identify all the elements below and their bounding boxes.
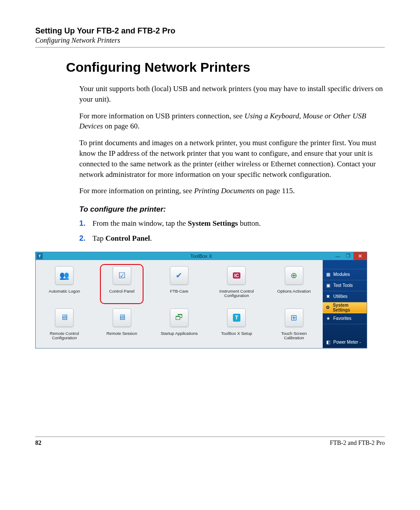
tile-remote-control-configuration[interactable]: 🖥Remote Control Configuration (36, 305, 93, 347)
paragraph-1: Your unit supports both (local) USB and … (79, 84, 385, 105)
step-1: 1. From the main window, tap the System … (79, 218, 385, 229)
p4-lead: For more information on printing, see (79, 187, 194, 195)
step-1-number: 1. (79, 218, 87, 229)
tile-label: Automatic Logon (49, 289, 80, 294)
sidebar-icon: ★ (325, 316, 331, 321)
sidebar-item-system-settings[interactable]: ⚙System Settings (323, 302, 367, 313)
remote-session-icon: 🖥 (113, 308, 131, 327)
options-activation-icon: ⊕ (285, 266, 303, 285)
step-2-number: 2. (79, 233, 87, 244)
startup-applications-icon: 🗗 (170, 308, 188, 327)
sidebar-item-utilities[interactable]: ✖Utilities (323, 291, 367, 302)
sidebar-item-power-meter-[interactable]: ◧Power Meter - (323, 337, 367, 348)
tile-ftb-care[interactable]: ✔FTB-Care (151, 263, 208, 305)
right-sidebar: ▦Modules▣Test Tools✖Utilities⚙System Set… (323, 260, 367, 348)
page-title: Configuring Network Printers (66, 60, 385, 75)
sidebar-label: Utilities (333, 294, 347, 299)
procedure-heading: To configure the printer: (79, 204, 385, 215)
settings-tile-grid: 👥Automatic Logon☑Control Panel✔FTB-CareI… (36, 260, 323, 348)
sidebar-item-modules[interactable]: ▦Modules (323, 269, 367, 280)
step-1-text: From the main window, tap the System Set… (92, 218, 261, 229)
tile-label: FTB-Care (170, 289, 188, 294)
tile-options-activation[interactable]: ⊕Options Activation (265, 263, 323, 305)
sidebar-label: Test Tools (333, 283, 353, 288)
remote-control-configuration-icon: 🖥 (55, 308, 74, 327)
tile-startup-applications[interactable]: 🗗Startup Applications (151, 305, 208, 347)
sidebar-item-favorites[interactable]: ★Favorites (323, 313, 367, 324)
instrument-control-configuration-icon: IC (227, 266, 246, 285)
window-titlebar[interactable]: T ToolBox X — ❐ ✕ (36, 252, 367, 260)
tile-instrument-control-configuration[interactable]: ICInstrument Control Configuration (208, 263, 265, 305)
p4-tail: on page 115. (255, 187, 295, 195)
tile-touch-screen-calibration[interactable]: ⊞Touch Screen Calibration (265, 305, 323, 347)
tile-label: ToolBox X Setup (221, 331, 252, 336)
header-rule (35, 47, 385, 48)
tile-remote-session[interactable]: 🖥Remote Session (93, 305, 150, 347)
control-panel-icon: ☑ (113, 266, 131, 285)
ftb-care-icon: ✔ (170, 266, 188, 285)
chapter-title: Setting Up Your FTB-2 and FTB-2 Pro (35, 26, 385, 36)
breadcrumb: Configuring Network Printers (35, 37, 385, 44)
toolbox-x-setup-icon: T (227, 308, 246, 327)
touch-screen-calibration-icon: ⊞ (285, 308, 303, 327)
tile-label: Options Activation (277, 289, 311, 294)
sidebar-item-test-tools[interactable]: ▣Test Tools (323, 280, 367, 291)
tile-label: Remote Session (107, 331, 137, 336)
sidebar-icon: ⚙ (325, 305, 330, 310)
page-number: 82 (35, 440, 41, 447)
sidebar-label: Favorites (333, 316, 351, 321)
tile-label: Touch Screen Calibration (272, 331, 316, 341)
sidebar-label: Modules (333, 272, 350, 277)
screenshot-toolbox: T ToolBox X — ❐ ✕ 👥Automatic Logon☑Contr… (35, 252, 367, 349)
tile-label: Remote Control Configuration (42, 331, 86, 341)
p2-lead: For more information on USB printers con… (79, 112, 244, 120)
tile-automatic-logon[interactable]: 👥Automatic Logon (36, 263, 93, 305)
sidebar-label: System Settings (333, 303, 364, 312)
tile-label: Control Panel (109, 289, 135, 294)
step-2-text: Tap Control Panel. (92, 233, 152, 244)
sidebar-icon: ◧ (325, 340, 331, 345)
paragraph-2: For more information on USB printers con… (79, 111, 385, 132)
paragraph-3: To print documents and images on a netwo… (79, 138, 385, 180)
paragraph-4: For more information on printing, see Pr… (79, 186, 385, 196)
sidebar-icon: ▦ (325, 272, 331, 277)
window-title: ToolBox X (36, 253, 367, 259)
automatic-logon-icon: 👥 (55, 266, 74, 285)
step-2: 2. Tap Control Panel. (79, 233, 385, 244)
p2-tail: on page 60. (103, 122, 140, 130)
sidebar-label: Power Meter - (333, 340, 361, 345)
procedure-steps: 1. From the main window, tap the System … (79, 218, 385, 244)
tile-label: Instrument Control Configuration (214, 289, 258, 299)
sidebar-icon: ✖ (325, 294, 331, 299)
tile-label: Startup Applications (161, 331, 198, 336)
tile-toolbox-x-setup[interactable]: TToolBox X Setup (208, 305, 265, 347)
tile-control-panel[interactable]: ☑Control Panel (93, 263, 150, 305)
p4-italic: Printing Documents (194, 187, 254, 195)
sidebar-icon: ▣ (325, 283, 331, 288)
footer-right: FTB-2 and FTB-2 Pro (330, 440, 385, 447)
